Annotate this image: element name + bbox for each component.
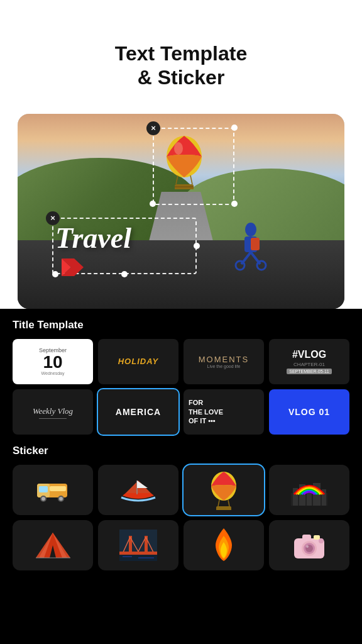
- balloon-sticker-container[interactable]: ×: [162, 133, 225, 202]
- svg-point-21: [41, 497, 45, 501]
- sticker-label: Sticker: [13, 445, 349, 457]
- travel-handle-bottom-left[interactable]: [52, 271, 58, 277]
- sticker-grid: [13, 465, 349, 570]
- balloon-sticker-icon: [208, 469, 239, 510]
- svg-rect-18: [50, 486, 66, 491]
- title-template-label: Title Template: [13, 319, 349, 331]
- svg-line-26: [228, 500, 229, 506]
- bridge-icon: [119, 530, 157, 561]
- balloon-handle-bottom-right[interactable]: [231, 201, 238, 207]
- header-area: Text Template& Sticker: [0, 0, 362, 114]
- template-vlog-content: #VLOG CHAPTER-01 SEPTEMBER-05-11: [287, 349, 331, 374]
- canvas-area: ×: [18, 114, 344, 309]
- template-vlog-main: #VLOG: [292, 349, 326, 360]
- template-america-text: AMERICA: [116, 407, 161, 417]
- travel-handle-right[interactable]: [194, 243, 200, 249]
- template-vlog-date: SEPTEMBER-05-11: [287, 369, 331, 374]
- page-title: Text Template& Sticker: [25, 19, 337, 103]
- balloon-selection-border: [153, 128, 234, 205]
- travel-text-container[interactable]: × Travel: [55, 221, 194, 271]
- sticker-tent[interactable]: [13, 520, 93, 570]
- template-date-day: 10: [43, 353, 62, 371]
- template-holiday-text: HOLIDAY: [118, 357, 159, 366]
- template-america[interactable]: AMERICA: [98, 389, 178, 435]
- template-date-sub: Wednesday: [41, 371, 65, 375]
- canvas-wrapper: ×: [0, 114, 362, 309]
- svg-point-4: [236, 261, 244, 270]
- template-grid: September 10 Wednesday HOLIDAY MOMENTS L…: [13, 339, 349, 435]
- svg-point-23: [59, 497, 63, 501]
- sticker-boat[interactable]: [98, 465, 178, 515]
- boat-icon: [119, 475, 157, 504]
- travel-handle-bottom[interactable]: [121, 271, 128, 277]
- svg-point-54: [306, 545, 309, 548]
- rainbow-icon: [291, 474, 327, 506]
- ribbon-decoration: [62, 258, 84, 279]
- svg-rect-55: [302, 535, 311, 540]
- template-moments[interactable]: MOMENTS Live the good life: [184, 339, 264, 384]
- svg-point-57: [319, 538, 324, 543]
- balloon-handle-top-right[interactable]: [231, 125, 238, 131]
- sticker-rainbow[interactable]: [269, 465, 349, 515]
- template-date-content: September 10 Wednesday: [39, 347, 67, 375]
- template-weekly-text: Weekly Vlog: [33, 406, 73, 416]
- svg-line-25: [218, 500, 219, 506]
- svg-point-5: [257, 261, 266, 270]
- sticker-camera[interactable]: [269, 520, 349, 570]
- svg-point-0: [245, 223, 256, 236]
- template-weekly-content: Weekly Vlog: [33, 405, 73, 419]
- sticker-balloon[interactable]: [184, 465, 264, 515]
- template-weekly[interactable]: Weekly Vlog: [13, 389, 93, 435]
- svg-rect-6: [251, 238, 260, 250]
- main-wrapper: Text Template& Sticker: [0, 0, 362, 644]
- template-for-the-love[interactable]: FORTHE LOVEOF IT •••: [184, 389, 264, 435]
- balloon-close-button[interactable]: ×: [146, 121, 160, 135]
- svg-rect-19: [50, 492, 66, 496]
- balloon-handle-bottom-left[interactable]: [150, 201, 156, 207]
- sticker-rv[interactable]: [13, 465, 93, 515]
- camera-icon: [291, 530, 327, 561]
- rv-icon: [36, 477, 70, 502]
- template-holiday[interactable]: HOLIDAY: [98, 339, 178, 384]
- template-for-the-love-text: FORTHE LOVEOF IT •••: [189, 398, 223, 425]
- template-date[interactable]: September 10 Wednesday: [13, 339, 93, 384]
- bottom-panel: Title Template September 10 Wednesday HO…: [0, 309, 362, 644]
- fire-icon: [210, 526, 238, 564]
- tent-icon: [36, 530, 70, 561]
- sticker-bridge[interactable]: [98, 520, 178, 570]
- svg-rect-46: [119, 552, 157, 555]
- template-vlog01-text: VLOG 01: [288, 407, 330, 417]
- template-moments-sub: Live the good life: [207, 364, 241, 369]
- sticker-fire[interactable]: [184, 520, 264, 570]
- template-vlog-chapter: CHAPTER-01: [293, 362, 325, 367]
- template-vlog-hash[interactable]: #VLOG CHAPTER-01 SEPTEMBER-05-11: [269, 339, 349, 384]
- template-moments-main: MOMENTS: [199, 355, 249, 364]
- svg-rect-27: [216, 506, 231, 510]
- template-vlog01[interactable]: VLOG 01: [269, 389, 349, 435]
- svg-rect-17: [39, 486, 48, 492]
- cyclist: [229, 217, 273, 274]
- travel-close-button[interactable]: ×: [46, 211, 60, 225]
- svg-rect-56: [314, 535, 320, 540]
